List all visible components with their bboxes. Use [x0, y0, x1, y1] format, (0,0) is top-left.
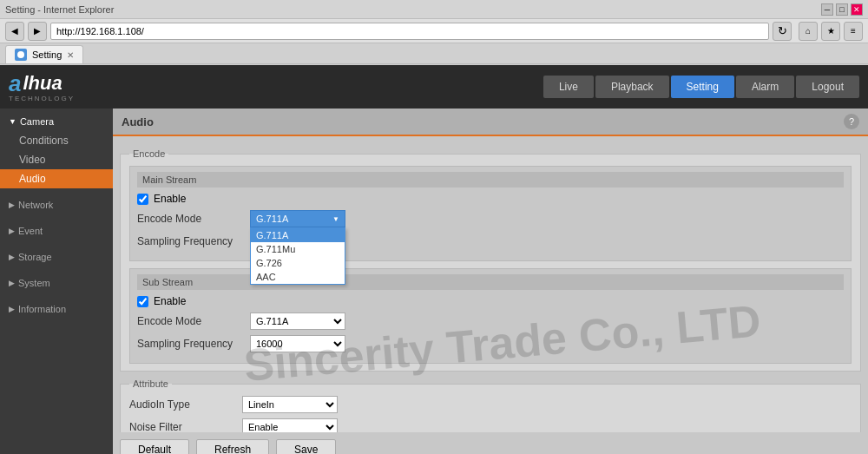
bottom-buttons: Default Refresh Save [113, 432, 868, 454]
tab-close-icon[interactable]: ✕ [67, 50, 74, 60]
logo-area: a lhua TECHNOLOGY [9, 72, 75, 102]
chevron-right-icon3: ▶ [9, 253, 15, 261]
chevron-right-icon5: ▶ [9, 305, 15, 313]
sidebar-info-title[interactable]: ▶ Information [0, 299, 113, 319]
sub-stream-panel: Sub Stream Enable Encode Mode G.711A [129, 268, 852, 364]
sidebar-camera-label: Camera [20, 116, 54, 127]
encode-mode-label: Encode Mode [137, 213, 250, 225]
sidebar-section-camera: ▼ Camera Conditions Video Audio [0, 109, 113, 192]
sub-encode-mode-row: Encode Mode G.711A [137, 313, 844, 330]
app: a lhua TECHNOLOGY Live Playback Setting … [0, 65, 868, 454]
logo-subtitle: TECHNOLOGY [9, 95, 75, 102]
sidebar-info-label: Information [18, 304, 66, 314]
sub-stream-label: Sub Stream [137, 274, 844, 290]
address-text: http://192.168.1.108/ [56, 26, 144, 36]
sidebar-section-storage: ▶ Storage [0, 244, 113, 270]
nav-logout-btn[interactable]: Logout [796, 76, 859, 98]
audioin-type-label: AudioIn Type [129, 398, 242, 411]
sub-enable-label: Enable [154, 295, 186, 307]
sub-sampling-freq-select[interactable]: 16000 [250, 335, 345, 352]
enable-checkbox[interactable] [137, 194, 148, 205]
tab-bar: Setting ✕ [0, 43, 868, 64]
favorites-button[interactable]: ★ [821, 22, 840, 41]
encode-option-aac[interactable]: AAC [251, 270, 345, 284]
encode-legend: Encode [129, 148, 168, 159]
back-button[interactable]: ◀ [5, 22, 24, 41]
title-bar: Setting - Internet Explorer ─ □ ✕ [0, 0, 868, 19]
attribute-fieldset: Attribute AudioIn Type LineIn Noise Filt… [120, 378, 861, 432]
sidebar-event-title[interactable]: ▶ Event [0, 221, 113, 240]
svg-point-0 [17, 51, 24, 58]
sidebar-section-event: ▶ Event [0, 218, 113, 244]
enable-label: Enable [154, 193, 186, 205]
sidebar-system-title[interactable]: ▶ System [0, 273, 113, 293]
chevron-right-icon4: ▶ [9, 279, 15, 287]
attribute-legend: Attribute [129, 378, 172, 389]
minimize-btn[interactable]: ─ [821, 3, 833, 16]
encode-option-g711mu[interactable]: G.711Mu [251, 242, 345, 256]
chevron-down-icon: ▼ [9, 117, 16, 126]
nav-live-btn[interactable]: Live [543, 76, 594, 98]
encode-fieldset: Encode Main Stream Enable Encode Mode [120, 148, 861, 372]
sidebar-event-label: Event [18, 226, 43, 236]
encode-mode-row: Encode Mode G.711A ▼ G.711A G.711Mu G.72… [137, 210, 844, 227]
sidebar-section-system: ▶ System [0, 270, 113, 296]
noise-filter-select[interactable]: Enable [242, 418, 338, 432]
sidebar-item-video[interactable]: Video [0, 150, 113, 169]
nav-bar: ◀ ▶ http://192.168.1.108/ ↻ ⌂ ★ ≡ [0, 19, 868, 43]
forward-button[interactable]: ▶ [28, 22, 47, 41]
nav-playback-btn[interactable]: Playback [595, 76, 669, 98]
settings-button[interactable]: ≡ [844, 22, 863, 41]
encode-mode-value: G.711A [256, 214, 288, 224]
help-button[interactable]: ? [844, 114, 859, 129]
encode-option-g726[interactable]: G.726 [251, 256, 345, 270]
chevron-right-icon: ▶ [9, 201, 15, 209]
sidebar-network-title[interactable]: ▶ Network [0, 195, 113, 214]
main-stream-label: Main Stream [137, 172, 844, 188]
sampling-freq-label: Sampling Frequency [137, 235, 250, 247]
audioin-type-select[interactable]: LineIn [242, 396, 338, 413]
browser-tab[interactable]: Setting ✕ [5, 45, 83, 63]
noise-filter-row: Noise Filter Enable [129, 418, 852, 432]
encode-mode-dropdown-container: G.711A ▼ G.711A G.711Mu G.726 AAC [250, 210, 345, 227]
sidebar-network-label: Network [18, 200, 53, 210]
home-button[interactable]: ⌂ [799, 22, 818, 41]
sampling-freq-row: Sampling Frequency 8000 [137, 233, 844, 250]
refresh-button[interactable]: ↻ [773, 22, 792, 41]
sub-sampling-freq-label: Sampling Frequency [137, 338, 250, 350]
content-header: Audio ? [113, 109, 868, 136]
main-stream-panel: Main Stream Enable Encode Mode G.711A ▼ [129, 166, 852, 261]
default-button[interactable]: Default [120, 439, 189, 454]
sidebar-camera-title[interactable]: ▼ Camera [0, 112, 113, 131]
main-content: Sincerity Trade Co., LTD Encode Main Str… [113, 143, 868, 432]
sub-sampling-freq-row: Sampling Frequency 16000 [137, 335, 844, 352]
sub-encode-mode-label: Encode Mode [137, 315, 250, 327]
dropdown-arrow-icon: ▼ [332, 215, 339, 223]
sub-enable-checkbox[interactable] [137, 296, 148, 307]
maximize-btn[interactable]: □ [836, 3, 848, 16]
nav-alarm-btn[interactable]: Alarm [736, 76, 794, 98]
sidebar-section-info: ▶ Information [0, 296, 113, 322]
content-area: Audio ? Sincerity Trade Co., LTD Encode … [113, 109, 868, 454]
close-btn[interactable]: ✕ [851, 3, 863, 16]
sub-encode-mode-select[interactable]: G.711A [250, 313, 345, 330]
address-bar[interactable]: http://192.168.1.108/ [50, 23, 769, 40]
tab-favicon [15, 49, 27, 61]
sidebar-item-conditions[interactable]: Conditions [0, 131, 113, 150]
logo-text: a [9, 72, 21, 95]
audioin-type-row: AudioIn Type LineIn [129, 396, 852, 413]
sidebar-item-audio[interactable]: Audio [0, 169, 113, 188]
logo-text2: lhua [23, 74, 62, 93]
encode-mode-trigger[interactable]: G.711A ▼ [250, 210, 345, 227]
sidebar-storage-title[interactable]: ▶ Storage [0, 247, 113, 266]
refresh-button[interactable]: Refresh [196, 439, 269, 454]
encode-option-g711a[interactable]: G.711A [251, 228, 345, 242]
sidebar: ▼ Camera Conditions Video Audio ▶ Networ… [0, 109, 113, 454]
page-title: Audio [122, 115, 154, 128]
browser-chrome: Setting - Internet Explorer ─ □ ✕ ◀ ▶ ht… [0, 0, 868, 65]
nav-setting-btn[interactable]: Setting [671, 76, 734, 98]
save-button[interactable]: Save [276, 439, 336, 454]
noise-filter-label: Noise Filter [129, 421, 242, 432]
sidebar-system-label: System [18, 278, 50, 288]
main-layout: ▼ Camera Conditions Video Audio ▶ Networ… [0, 109, 868, 454]
